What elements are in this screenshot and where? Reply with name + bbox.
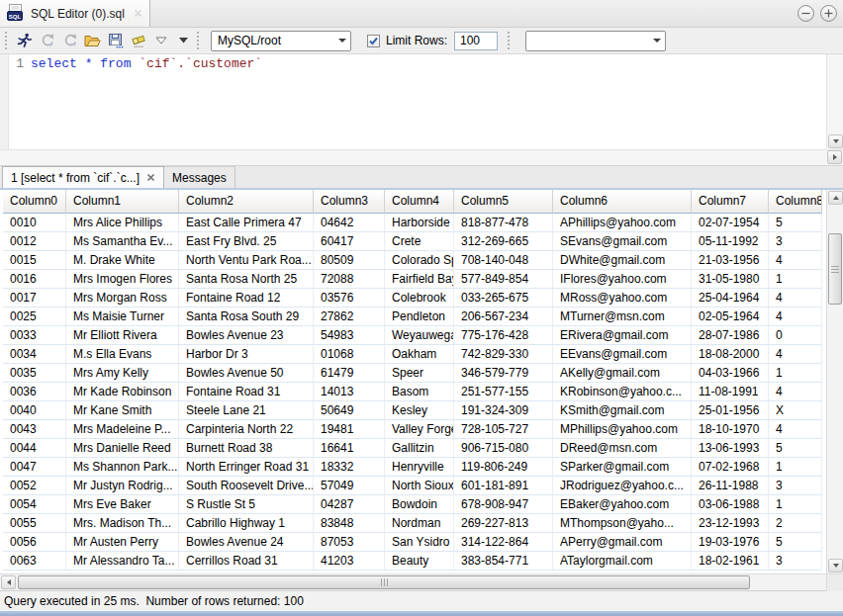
scroll-down-button[interactable] [828, 559, 843, 572]
table-cell[interactable]: Fontaine Road 12 [179, 289, 314, 308]
maximize-view-button[interactable] [820, 5, 837, 22]
table-cell[interactable]: Mr Kade Robinson [66, 383, 179, 401]
table-cell[interactable]: 314-122-864 [454, 533, 553, 552]
table-cell[interactable]: 21-03-1956 [692, 251, 769, 270]
table-cell[interactable]: 01068 [314, 345, 385, 364]
save-file-button[interactable] [104, 30, 127, 51]
table-cell[interactable]: 191-324-309 [454, 401, 553, 420]
table-cell[interactable]: 0025 [3, 308, 66, 326]
table-cell[interactable]: 27862 [314, 308, 385, 326]
table-cell[interactable]: 18332 [314, 458, 385, 477]
tab-result-set[interactable]: 1 [select * from `cif`.`c...] [2, 166, 164, 188]
table-cell[interactable]: Mr Alessandro Ta... [66, 552, 179, 571]
table-cell[interactable]: 0035 [3, 364, 66, 383]
table-cell[interactable]: 728-105-727 [454, 420, 553, 439]
table-cell[interactable]: 0052 [3, 477, 66, 495]
table-cell[interactable]: M.s Ella Evans [66, 345, 179, 364]
table-cell[interactable]: 28-07-1986 [692, 326, 769, 345]
minimize-view-button[interactable] [797, 5, 814, 22]
table-cell[interactable]: Mrs Morgan Ross [66, 289, 179, 308]
table-cell[interactable]: 775-176-428 [454, 326, 553, 345]
table-cell[interactable]: 1 [769, 458, 822, 477]
table-cell[interactable]: 19481 [314, 420, 385, 439]
table-cell[interactable]: Mrs Amy Kelly [66, 364, 179, 383]
table-cell[interactable]: 3 [769, 477, 822, 495]
table-cell[interactable]: 80509 [314, 251, 385, 270]
chevron-down-icon[interactable] [334, 32, 350, 50]
table-cell[interactable]: Mr Kane Smith [66, 401, 179, 420]
table-cell[interactable]: SParker@gmail.com [553, 458, 692, 477]
table-cell[interactable]: 14013 [314, 383, 385, 401]
table-cell[interactable]: 54983 [314, 326, 385, 345]
table-cell[interactable]: 0015 [3, 251, 66, 270]
limit-rows-checkbox[interactable] [367, 35, 380, 47]
table-cell[interactable]: JRodriguez@yahoo.c... [553, 477, 692, 495]
table-cell[interactable]: 19-03-1976 [692, 533, 769, 552]
table-cell[interactable]: DWhite@gmail.com [553, 251, 692, 270]
table-cell[interactable]: 18-08-2000 [692, 345, 769, 364]
table-cell[interactable]: 2 [769, 514, 822, 533]
scroll-down-button[interactable] [828, 134, 843, 148]
table-cell[interactable]: Mrs Danielle Reed [66, 439, 179, 458]
table-cell[interactable]: EBaker@yahoo.com [553, 495, 692, 514]
table-cell[interactable]: 5 [769, 214, 822, 232]
toolbar-grip[interactable] [197, 32, 200, 49]
table-cell[interactable]: 0054 [3, 495, 66, 514]
table-cell[interactable]: Oakham [385, 345, 454, 364]
table-cell[interactable]: North Erringer Road 31 [179, 458, 314, 477]
table-cell[interactable]: 60417 [314, 232, 385, 251]
table-cell[interactable]: 03-06-1988 [692, 495, 769, 514]
table-cell[interactable]: 0063 [3, 552, 66, 571]
table-cell[interactable]: 742-829-330 [454, 345, 553, 364]
table-cell[interactable]: MPhillips@yahoo.com [553, 420, 692, 439]
expand-dropdown-button[interactable] [149, 30, 172, 51]
table-cell[interactable]: 577-849-854 [454, 270, 553, 289]
toolbar-grip[interactable] [508, 32, 511, 49]
table-cell[interactable]: 11-08-1991 [692, 383, 769, 401]
table-cell[interactable]: East Fry Blvd. 25 [179, 232, 314, 251]
table-cell[interactable]: Santa Rosa South 29 [179, 308, 314, 326]
grid-vertical-scrollbar[interactable] [826, 190, 843, 573]
toolbar-overflow-button[interactable] [172, 30, 195, 51]
table-cell[interactable]: 61479 [314, 364, 385, 383]
table-cell[interactable]: Colebrook [385, 289, 454, 308]
table-cell[interactable]: 0 [769, 326, 822, 345]
table-cell[interactable]: 0055 [3, 514, 66, 533]
table-cell[interactable]: Fairfield Bay [385, 270, 454, 289]
table-cell[interactable]: Steele Lane 21 [179, 401, 314, 420]
table-cell[interactable]: 5 [769, 439, 822, 458]
table-cell[interactable]: S Rustle St 5 [179, 495, 314, 514]
table-cell[interactable]: Weyauwega [385, 326, 454, 345]
table-cell[interactable]: MRoss@yahoo.com [553, 289, 692, 308]
table-cell[interactable]: 31-05-1980 [692, 270, 769, 289]
table-cell[interactable]: 206-567-234 [454, 308, 553, 326]
table-cell[interactable]: 02-07-1954 [692, 214, 769, 232]
grid-horizontal-scrollbar[interactable] [0, 573, 843, 590]
table-cell[interactable]: EEvans@gmail.com [553, 345, 692, 364]
table-cell[interactable]: Colorado Spri... [385, 251, 454, 270]
table-cell[interactable]: Mrs Madeleine P... [66, 420, 179, 439]
limit-rows-input[interactable] [454, 32, 498, 50]
column-header[interactable]: Column2 [179, 190, 314, 214]
table-cell[interactable]: Harbor Dr 3 [179, 345, 314, 364]
execute-all-button[interactable] [58, 30, 81, 51]
table-cell[interactable]: X [769, 401, 822, 420]
table-cell[interactable]: 346-579-779 [454, 364, 553, 383]
table-cell[interactable]: APhillips@yahoo.com [553, 214, 692, 232]
table-cell[interactable]: 18-02-1961 [692, 552, 769, 571]
table-cell[interactable]: Nordman [385, 514, 454, 533]
table-cell[interactable]: Mrs Alice Phillips [66, 214, 179, 232]
table-cell[interactable]: 04-03-1966 [692, 364, 769, 383]
table-cell[interactable]: Basom [385, 383, 454, 401]
table-cell[interactable]: 23-12-1993 [692, 514, 769, 533]
table-cell[interactable]: Kesley [385, 401, 454, 420]
table-cell[interactable]: 708-140-048 [454, 251, 553, 270]
table-cell[interactable]: Burnett Road 38 [179, 439, 314, 458]
table-cell[interactable]: Mr Justyn Rodrig... [66, 477, 179, 495]
table-cell[interactable]: 0043 [3, 420, 66, 439]
table-cell[interactable]: 251-577-155 [454, 383, 553, 401]
table-cell[interactable]: 25-01-1956 [692, 401, 769, 420]
table-cell[interactable]: Santa Rosa North 25 [179, 270, 314, 289]
table-cell[interactable]: Henryville [385, 458, 454, 477]
table-cell[interactable]: Beauty [385, 552, 454, 571]
